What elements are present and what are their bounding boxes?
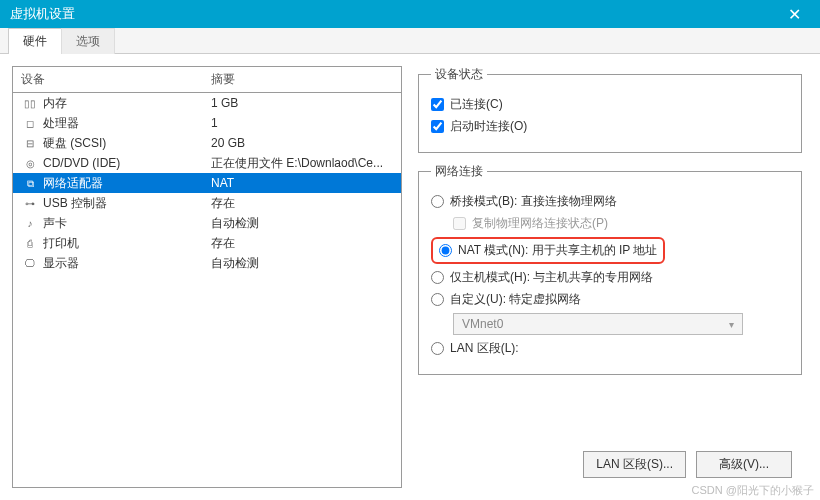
connect-at-power-label: 启动时连接(O): [450, 118, 527, 135]
device-name: 处理器: [43, 116, 79, 130]
nat-highlight: NAT 模式(N): 用于共享主机的 IP 地址: [431, 237, 665, 264]
device-name: 声卡: [43, 216, 67, 230]
sound-icon: ♪: [21, 218, 39, 229]
tab-options[interactable]: 选项: [61, 28, 115, 54]
replicate-label: 复制物理网络连接状态(P): [472, 215, 608, 232]
device-name: USB 控制器: [43, 196, 107, 210]
advanced-button[interactable]: 高级(V)...: [696, 451, 792, 478]
replicate-checkbox: 复制物理网络连接状态(P): [453, 215, 789, 232]
watermark: CSDN @阳光下的小猴子: [692, 483, 814, 498]
vmnet-value: VMnet0: [462, 317, 503, 331]
chevron-down-icon: ▾: [729, 319, 734, 330]
bridged-label: 桥接模式(B): 直接连接物理网络: [450, 193, 617, 210]
custom-radio[interactable]: 自定义(U): 特定虚拟网络: [431, 291, 789, 308]
network-connection-group: 网络连接 桥接模式(B): 直接连接物理网络 复制物理网络连接状态(P) NAT…: [418, 163, 802, 375]
device-name: 硬盘 (SCSI): [43, 136, 106, 150]
disc-icon: ◎: [21, 158, 39, 169]
bridged-input[interactable]: [431, 195, 444, 208]
column-device: 设备: [13, 67, 203, 92]
lan-segments-button[interactable]: LAN 区段(S)...: [583, 451, 686, 478]
network-connection-legend: 网络连接: [431, 163, 487, 180]
hostonly-input[interactable]: [431, 271, 444, 284]
connected-label: 已连接(C): [450, 96, 503, 113]
device-name: 网络适配器: [43, 176, 103, 190]
nat-input[interactable]: [439, 244, 452, 257]
connect-at-power-checkbox[interactable]: 启动时连接(O): [431, 118, 789, 135]
device-row[interactable]: 🖵显示器自动检测: [13, 253, 401, 273]
connect-at-power-input[interactable]: [431, 120, 444, 133]
connected-input[interactable]: [431, 98, 444, 111]
replicate-input: [453, 217, 466, 230]
cpu-icon: ◻: [21, 118, 39, 129]
memory-icon: ▯▯: [21, 98, 39, 109]
bridged-radio[interactable]: 桥接模式(B): 直接连接物理网络: [431, 193, 789, 210]
column-summary: 摘要: [203, 67, 401, 92]
window-title: 虚拟机设置: [10, 5, 75, 23]
vmnet-select: VMnet0 ▾: [453, 313, 743, 335]
device-status-group: 设备状态 已连接(C) 启动时连接(O): [418, 66, 802, 153]
custom-input[interactable]: [431, 293, 444, 306]
device-summary: 1: [203, 112, 401, 134]
device-summary: 自动检测: [203, 251, 401, 276]
hostonly-label: 仅主机模式(H): 与主机共享的专用网络: [450, 269, 653, 286]
display-icon: 🖵: [21, 258, 39, 269]
lan-segment-label: LAN 区段(L):: [450, 340, 519, 357]
device-name: 内存: [43, 96, 67, 110]
printer-icon: ⎙: [21, 238, 39, 249]
device-list: 设备 摘要 ▯▯内存1 GB◻处理器1⊟硬盘 (SCSI)20 GB◎CD/DV…: [12, 66, 402, 488]
device-name: CD/DVD (IDE): [43, 156, 120, 170]
lan-segment-input[interactable]: [431, 342, 444, 355]
close-icon[interactable]: ✕: [778, 5, 810, 24]
device-status-legend: 设备状态: [431, 66, 487, 83]
device-name: 显示器: [43, 256, 79, 270]
nat-radio[interactable]: NAT 模式(N): 用于共享主机的 IP 地址: [439, 242, 657, 259]
lan-segment-radio[interactable]: LAN 区段(L):: [431, 340, 789, 357]
device-name: 打印机: [43, 236, 79, 250]
disk-icon: ⊟: [21, 138, 39, 149]
hostonly-radio[interactable]: 仅主机模式(H): 与主机共享的专用网络: [431, 269, 789, 286]
tab-hardware[interactable]: 硬件: [8, 28, 62, 54]
network-icon: ⧉: [21, 178, 39, 190]
usb-icon: ⊶: [21, 198, 39, 209]
connected-checkbox[interactable]: 已连接(C): [431, 96, 789, 113]
device-summary: 1 GB: [203, 93, 401, 114]
custom-label: 自定义(U): 特定虚拟网络: [450, 291, 581, 308]
nat-label: NAT 模式(N): 用于共享主机的 IP 地址: [458, 242, 657, 259]
